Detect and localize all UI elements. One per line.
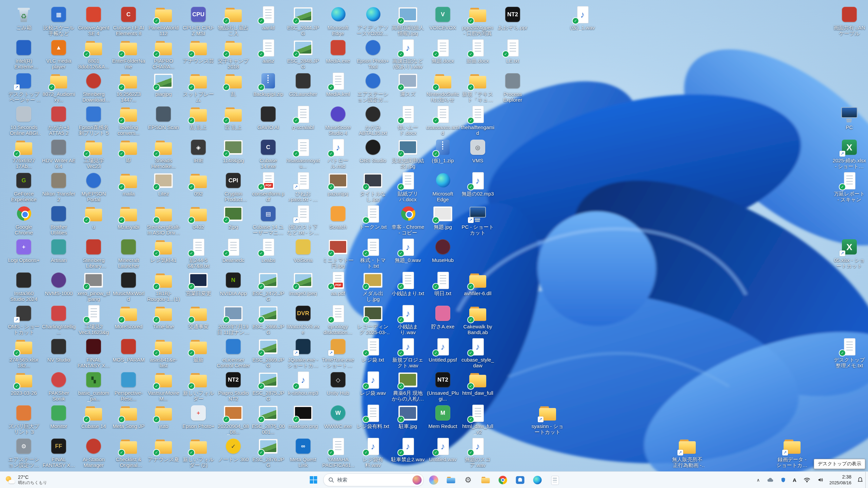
- desktop-icon[interactable]: X↗05.xlsx - ショートカット: [832, 238, 866, 269]
- desktop-icon[interactable]: ✓274-565.xlsx 182...: [7, 338, 41, 368]
- desktop-icon[interactable]: ✓ミニトマト一円.jpg: [321, 238, 355, 269]
- desktop-icon[interactable]: ✓image0.jpeg: [286, 271, 320, 296]
- desktop-icon[interactable]: NT2(Unsaved_Plugi...: [426, 371, 460, 402]
- desktop-icon[interactable]: ✓Leabs: [251, 238, 285, 263]
- desktop-icon[interactable]: ♪✓k-sishou.mp3: [286, 371, 320, 396]
- desktop-icon[interactable]: ✓交子キャンプ2018: [216, 39, 250, 69]
- desktop-icon[interactable]: ✓ESC_2844.JPG: [286, 5, 320, 36]
- copilot-icon[interactable]: [426, 472, 441, 487]
- desktop-icon[interactable]: ✓LE.txt: [496, 39, 530, 64]
- desktop-icon[interactable]: HDV Writer AE 6.4: [42, 138, 76, 169]
- desktop-icon[interactable]: ✓2023-03-26: [7, 371, 41, 396]
- search-input[interactable]: 検索: [323, 473, 424, 486]
- desktop-icon[interactable]: ✓無題.docx: [426, 39, 460, 64]
- desktop-icon[interactable]: ズバリ巨大プリント 3: [7, 404, 41, 435]
- desktop-icon[interactable]: 幸客 - Chrome - コピー: [391, 205, 425, 236]
- desktop-icon[interactable]: VoiSona: [286, 238, 320, 263]
- desktop-icon[interactable]: ✓aanld: [251, 5, 285, 30]
- desktop-icon[interactable]: ✓Backupjpl.zip: [251, 72, 285, 97]
- desktop-icon[interactable]: ↗デスクトップ ページャー - ショートカット: [7, 72, 41, 103]
- settings-icon[interactable]: ⚙: [461, 472, 476, 487]
- desktop-icon[interactable]: MediA.exe: [321, 39, 355, 64]
- desktop-icon[interactable]: ♪✓Untitled.ppsf: [426, 338, 460, 363]
- desktop-icon[interactable]: CharlingIntellig...: [42, 304, 76, 335]
- desktop-icon[interactable]: ✓asasb41&e-last: [146, 338, 180, 368]
- desktop-icon[interactable]: ✓Dearnedc: [216, 238, 250, 263]
- desktop-icon[interactable]: ✓2jpg: [216, 205, 250, 230]
- desktop-icon[interactable]: ✓新曲.docx: [461, 39, 495, 64]
- desktop-icon[interactable]: ✓Sneads Hernolke...: [146, 138, 180, 169]
- desktop-icon[interactable]: EPSON Scan: [146, 105, 180, 130]
- desktop-icon[interactable]: MMem Reduct: [426, 404, 460, 429]
- desktop-icon[interactable]: ✓運スズ: [391, 72, 425, 97]
- desktop-icon[interactable]: ✓MoreScored: [112, 304, 145, 329]
- desktop-icon[interactable]: ✓usassaass.amld: [426, 105, 460, 136]
- desktop-icon[interactable]: ✓pazunjpg: [321, 171, 355, 197]
- file-explorer-icon[interactable]: [443, 472, 458, 487]
- desktop-icon[interactable]: ✓pgo2024gpen - 口腔内写真: [461, 5, 495, 36]
- desktop-icon[interactable]: Steinberg Download Assistant: [77, 72, 111, 103]
- desktop-icon[interactable]: ↗ひねお♪pass.txt - ショートカット: [286, 171, 320, 202]
- desktop-icon[interactable]: ◇Unity Hub: [321, 371, 355, 396]
- desktop-icon[interactable]: ✓1B1B)-Rougou-1...(1): [146, 271, 180, 302]
- desktop-icon[interactable]: ✓2023年7月19日 11ぼナンプ付.jpg: [216, 304, 250, 335]
- desktop-icon[interactable]: ◈IRIE: [181, 138, 215, 163]
- desktop-icon[interactable]: ✓工場見学 Vec23: [77, 138, 111, 169]
- desktop-icon[interactable]: CCubase 14.exe: [251, 138, 285, 169]
- desktop-icon[interactable]: ✓lloveling convers...: [112, 105, 145, 136]
- wifi-icon[interactable]: [802, 476, 812, 484]
- desktop-icon[interactable]: ✓新しいフォルダー: [181, 371, 215, 402]
- desktop-icon[interactable]: ✓Cubase 14: [77, 404, 111, 429]
- desktop[interactable]: ♻ごみ箱▦比較スケール手帳などGroove Agent SE 4CCubase …: [0, 0, 868, 472]
- desktop-icon[interactable]: ♪✓レジ袋有料.wav: [356, 437, 390, 468]
- desktop-icon[interactable]: ▲VLC media player: [42, 39, 76, 69]
- desktop-icon[interactable]: アイディアソースYO2021B - Inpla...: [356, 5, 390, 36]
- desktop-icon[interactable]: NVMS-1000: [42, 271, 76, 296]
- clock[interactable]: 2:38 2025/08/16: [829, 474, 851, 486]
- desktop-icon[interactable]: ✓即: [112, 138, 145, 163]
- ime-mode-indicator[interactable]: A: [791, 476, 798, 484]
- desktop-icon[interactable]: 貯さA.exe: [426, 304, 460, 329]
- desktop-icon[interactable]: ✓乱244-5 6&7&8.txt: [181, 238, 215, 269]
- desktop-icon[interactable]: Insta360 Studio 2024: [7, 271, 41, 302]
- desktop-icon[interactable]: Google Chrome: [7, 205, 41, 236]
- desktop-icon[interactable]: ✓タイトルなし.jpg: [356, 171, 390, 202]
- desktop-icon[interactable]: ✓トークン.txt: [356, 205, 390, 230]
- desktop-icon[interactable]: ✓8801 8dob126&A...: [77, 39, 111, 69]
- desktop-icon[interactable]: ∞Meta Quest Link: [286, 437, 320, 468]
- desktop-icon[interactable]: PDF✓consentform.pdf: [251, 171, 285, 202]
- desktop-icon[interactable]: ✓匠 乱上: [216, 105, 250, 130]
- desktop-icon[interactable]: ♪✓レジ袋.wav: [356, 371, 390, 396]
- desktop-icon[interactable]: かがみ+1 ATTA5 2: [42, 105, 76, 136]
- desktop-icon[interactable]: エアステーション設定ガイド: [356, 72, 390, 103]
- desktop-icon[interactable]: ♪✓無題の02.mp3: [461, 171, 495, 197]
- desktop-icon[interactable]: ✓Time-line: [146, 304, 180, 329]
- desktop-icon[interactable]: OBS Studio: [356, 138, 390, 163]
- desktop-icon[interactable]: ✓Checklist & Original 06_X_1: [112, 437, 145, 468]
- desktop-icon[interactable]: ✓u: [77, 205, 111, 230]
- desktop-icon[interactable]: ✓宮業日変更: [181, 271, 215, 296]
- desktop-icon[interactable]: ♪✓cubase_style_daw: [461, 338, 495, 368]
- desktop-icon[interactable]: CPUCPU-ID CPU-Z MSI: [181, 5, 215, 36]
- desktop-icon[interactable]: ✓デスクトップ整理メモ.txt: [832, 338, 866, 368]
- desktop-icon[interactable]: ✓1148&jpg: [216, 138, 250, 163]
- desktop-icon[interactable]: Scratch: [321, 205, 355, 230]
- notepad-icon[interactable]: [547, 472, 562, 487]
- desktop-icon[interactable]: ✓VastsunMovieM...: [146, 371, 180, 402]
- desktop-icon[interactable]: MyEPSON Portal: [77, 171, 111, 202]
- desktop-icon[interactable]: Ai-Station Manager: [77, 437, 111, 468]
- desktop-icon[interactable]: ✓20220904_08_08...: [216, 404, 250, 435]
- desktop-icon[interactable]: ✓高島印刷(個人情報).jpg: [391, 5, 425, 36]
- desktop-icon[interactable]: ↗TimeTune.exe - ショートカット: [321, 338, 355, 368]
- desktop-icon[interactable]: Minecraft Launcher: [112, 238, 145, 269]
- desktop-icon[interactable]: ✓株式・トマト.txt: [356, 238, 390, 269]
- desktop-icon[interactable]: ✓092: [181, 171, 215, 197]
- desktop-icon[interactable]: ✓新しいフォルダー (2): [181, 437, 215, 468]
- desktop-icon[interactable]: ✓農薬6月 現地からの入札/投稿まとめ: [391, 371, 425, 402]
- desktop-icon[interactable]: ▤Cubase 14 ユーザーマニュアル: [251, 205, 285, 236]
- desktop-icon[interactable]: PC: [832, 105, 866, 130]
- desktop-icon[interactable]: ✓hisaslasnnoyatu...: [286, 138, 320, 169]
- desktop-icon[interactable]: ▦比較スケール手帳など: [42, 5, 76, 36]
- desktop-icon[interactable]: ♪✓無題のスコア.wav: [461, 437, 495, 468]
- desktop-icon[interactable]: ✓makkuro.png: [286, 404, 320, 429]
